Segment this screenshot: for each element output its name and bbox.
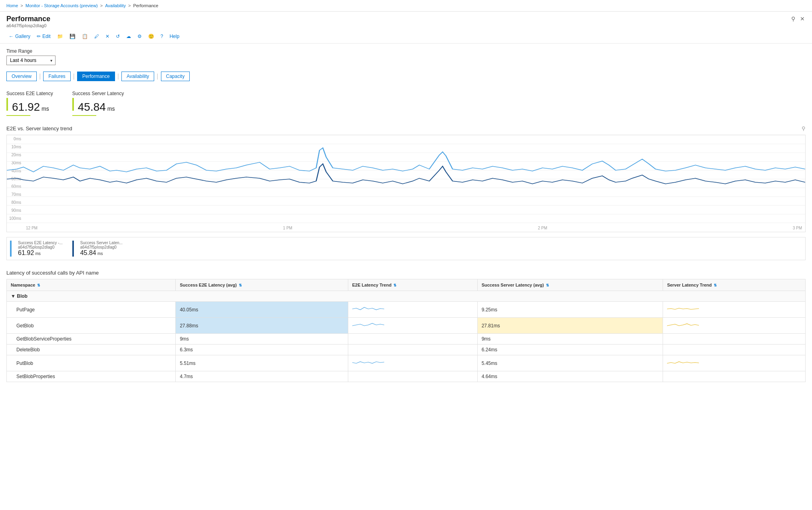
sparkline-server-putblob [667,358,699,367]
legend-e2e-label: Success E2E Latency -... [18,241,63,245]
table-body: ▼ Blob PutPage 40.05ms 9.25ms [7,291,806,382]
cell-server: 9.25ms [477,302,663,318]
share-button[interactable]: ⚙ [135,32,144,41]
edit-button[interactable]: ✏ Edit [34,32,53,41]
gallery-icon: ← [9,34,14,39]
folder-button[interactable]: 📁 [55,32,66,41]
breadcrumb-monitor[interactable]: Monitor - Storage Accounts (preview) [26,3,98,8]
pin-button[interactable]: ⚲ [790,15,796,23]
legend-server-text: Success Server Laten... a64d7f5pIosp2dIa… [80,241,123,257]
table-row: PutPage 40.05ms 9.25ms [7,302,806,318]
cell-server-trend [663,355,806,371]
close-button[interactable]: ✕ [799,15,806,23]
cell-server: 9ms [477,334,663,345]
copy-button[interactable]: 📋 [79,32,90,41]
tab-sep-1: | [39,73,41,80]
table-row: GetBlobServiceProperties 9ms 9ms [7,334,806,345]
cell-e2e: 5.51ms [176,355,348,371]
table-row: DeleteBlob 6.3ms 6.24ms [7,345,806,355]
cell-server: 27.81ms [477,318,663,334]
table-title: Latency of successful calls by API name [6,270,806,276]
tab-capacity[interactable]: Capacity [161,72,190,81]
folder-icon: 📁 [57,34,63,39]
breadcrumb-home[interactable]: Home [6,3,18,8]
save-button[interactable]: 💾 [67,32,78,41]
cell-e2e: 27.88ms [176,318,348,334]
legend-e2e-unit: ms [35,251,40,256]
breadcrumb-current: Performance [133,3,158,8]
cell-namespace: PutBlob [7,355,176,371]
cell-namespace: PutPage [7,302,176,318]
time-range-select[interactable]: Last 30 minutes Last hour Last 4 hours L… [6,56,56,65]
gallery-button[interactable]: ← Gallery [6,32,33,41]
edit-label: Edit [42,34,51,39]
refresh-button[interactable]: ↺ [113,32,122,41]
legend-e2e-value-row: 61.92 ms [18,249,63,257]
sparkline-e2e-putpage [352,304,384,314]
tab-sep-4: | [157,73,158,80]
col-namespace: Namespace ⇅ [7,279,176,291]
tab-performance[interactable]: Performance [77,72,115,81]
x-label-3pm: 3 PM [793,226,802,230]
pen-button[interactable]: 🖊 [92,32,101,41]
main-content: Time Range Last 30 minutes Last hour Las… [0,44,812,510]
sort-e2e[interactable]: ⇅ [239,283,242,287]
emoji-button[interactable]: 🙂 [146,32,157,41]
x-label-12pm: 12 PM [26,226,38,230]
latency-table: Namespace ⇅ Success E2E Latency (avg) ⇅ … [6,279,806,382]
x-label-1pm: 1 PM [283,226,292,230]
group-blob: ▼ Blob [7,291,806,302]
time-range-select-wrapper: Last 30 minutes Last hour Last 4 hours L… [6,56,56,65]
cell-server-trend [663,345,806,355]
legend-server-bar [72,241,74,257]
clear-button[interactable]: ✕ [103,32,112,41]
breadcrumb-availability[interactable]: Availability [105,3,126,8]
cell-e2e-trend [348,302,477,318]
tab-overview[interactable]: Overview [6,72,37,81]
metric-e2e-unit: ms [42,106,49,112]
breadcrumb-sep-2: > [100,3,103,8]
cell-server-trend [663,334,806,345]
cell-e2e-trend [348,334,477,345]
question-button[interactable]: ? [158,32,166,41]
col-server-trend: Server Latency Trend ⇅ [663,279,806,291]
cell-server: 6.24ms [477,345,663,355]
gallery-label: Gallery [15,34,30,39]
help-button[interactable]: Help [167,32,182,41]
table-header: Namespace ⇅ Success E2E Latency (avg) ⇅ … [7,279,806,291]
cloud-button[interactable]: ☁ [124,32,133,41]
cell-namespace: GetBlobServiceProperties [7,334,176,345]
sort-e2e-trend[interactable]: ⇅ [393,283,397,287]
legend-server-label: Success Server Laten... [80,241,123,245]
edit-icon: ✏ [37,34,41,39]
chart-svg [7,135,805,223]
col-server-latency: Success Server Latency (avg) ⇅ [477,279,663,291]
metric-server-label: Success Server Latency [72,91,124,96]
sort-server[interactable]: ⇅ [546,283,549,287]
chart-x-labels: 12 PM 1 PM 2 PM 3 PM [23,224,805,232]
cell-server-trend [663,302,806,318]
pin-chart-icon[interactable]: ⚲ [802,126,806,131]
legend-server-sublabel: a64d7f5pIosp2dIag0 [80,245,123,249]
col-e2e-latency: Success E2E Latency (avg) ⇅ [176,279,348,291]
legend-e2e-text: Success E2E Latency -... a64d7f5pIosp2dI… [18,241,63,257]
share-icon: ⚙ [137,34,142,39]
chart-area [7,135,805,224]
sort-namespace[interactable]: ⇅ [37,283,40,287]
cell-e2e-trend [348,371,477,382]
tab-sep-2: | [73,73,75,80]
table-header-row: Namespace ⇅ Success E2E Latency (avg) ⇅ … [7,279,806,291]
copy-icon: 📋 [82,34,88,39]
tab-failures[interactable]: Failures [43,72,71,81]
tab-availability[interactable]: Availability [121,72,154,81]
cell-e2e: 9ms [176,334,348,345]
cell-e2e: 6.3ms [176,345,348,355]
sort-server-trend[interactable]: ⇅ [714,283,717,287]
cell-server-trend [663,318,806,334]
metric-server-underline [72,115,96,116]
legend-item-server: Success Server Laten... a64d7f5pIosp2dIa… [72,241,123,257]
server-latency-line [7,164,805,184]
metric-e2e-bar [6,98,8,111]
sparkline-server-getblob [667,320,699,330]
time-range-label: Time Range [6,48,806,54]
